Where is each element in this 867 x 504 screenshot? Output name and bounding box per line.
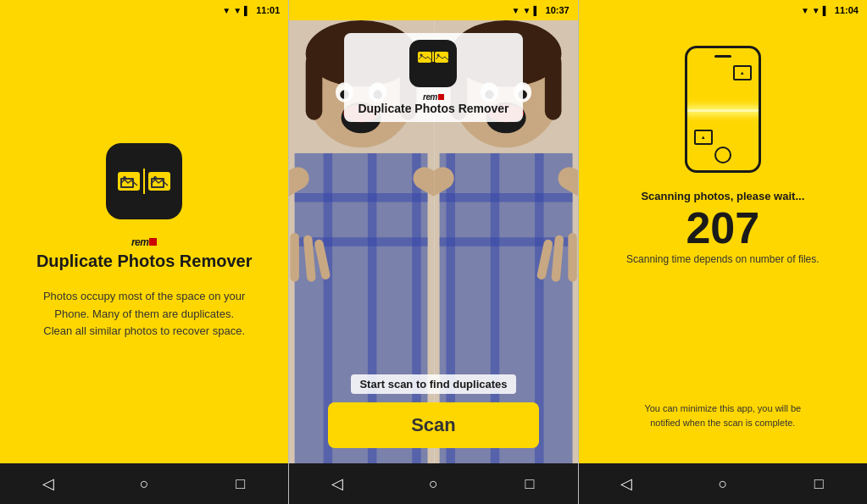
time-display-3: 11:04 (835, 5, 859, 15)
signal-icon-2: ▼ (512, 6, 520, 15)
nav-bar-3: ◁ ○ □ (579, 463, 867, 504)
nav-home-3[interactable]: ○ (706, 467, 740, 501)
status-icons-3: ▼ ▼ ▌ 11:04 (801, 5, 859, 15)
minimize-hint-text: You can minimize this app, you will be n… (630, 402, 816, 429)
battery-icon-2: ▌ (533, 6, 539, 15)
nav-bar-1: ◁ ○ □ (0, 463, 288, 504)
photo-box-right (148, 172, 170, 191)
brand-wrapper-1: rem (131, 236, 158, 248)
status-bar-2: ▼ ▼ ▌ 10:37 (289, 0, 577, 20)
time-display-1: 11:01 (256, 5, 280, 15)
nav-recents-3[interactable]: □ (802, 467, 836, 501)
scan-line (687, 109, 759, 112)
wifi-icon: ▼ (233, 6, 242, 15)
scanning-status-text: Scanning photos, please wait... (641, 190, 804, 202)
signal-icon-3: ▼ (801, 6, 809, 15)
phone-scanning-illustration (685, 46, 761, 173)
icon-divider (143, 169, 145, 194)
photo-thumb-2 (694, 130, 713, 145)
status-bar-3: ▼ ▼ ▌ 11:04 (579, 0, 867, 20)
remo-text-2: rem (423, 92, 437, 102)
svg-rect-0 (120, 174, 137, 188)
photo-box-left (118, 172, 140, 191)
screen-2: ▼ ▼ ▌ 10:37 (289, 0, 577, 504)
svg-point-1 (123, 176, 126, 180)
app-title-2: Duplicate Photos Remover (358, 102, 509, 115)
nav-recents-1[interactable]: □ (224, 467, 258, 501)
photo-thumb-1 (733, 65, 752, 80)
status-icons-2: ▼ ▼ ▌ 10:37 (512, 5, 570, 15)
nav-back-3[interactable]: ◁ (609, 467, 643, 501)
screen3-content: Scanning photos, please wait... 207 Scan… (579, 20, 867, 463)
wifi-icon-2: ▼ (523, 6, 531, 15)
wifi-icon-3: ▼ (812, 6, 820, 15)
time-display-2: 10:37 (546, 5, 570, 15)
nav-home-1[interactable]: ○ (127, 467, 161, 501)
svg-point-56 (437, 54, 440, 57)
screen2-content: rem Duplicate Photos Remover Start scan … (289, 20, 577, 463)
scan-count-display: 207 (686, 206, 759, 250)
nav-back-1[interactable]: ◁ (31, 467, 65, 501)
remo-brand-1: rem (131, 236, 158, 248)
screen-3: ▼ ▼ ▌ 11:04 Scanning photos, please wait… (579, 0, 867, 504)
screen1-content: rem Duplicate Photos Remover Photos occu… (0, 20, 288, 463)
start-scan-label: Start scan to find duplicates (351, 374, 515, 394)
status-icons-1: ▼ ▼ ▌ 11:01 (222, 5, 280, 15)
app-icon-inner-1 (118, 169, 170, 194)
app-description-1: Photos occupy most of the space on your … (42, 288, 246, 341)
app-icon-2 (409, 40, 457, 87)
remo-red-box-1 (149, 238, 157, 246)
nav-recents-2[interactable]: □ (513, 467, 547, 501)
signal-icon: ▼ (222, 6, 231, 15)
status-bar-1: ▼ ▼ ▌ 11:01 (0, 0, 288, 20)
screen2-overlay: rem Duplicate Photos Remover Start scan … (289, 20, 577, 463)
nav-bar-2: ◁ ○ □ (289, 463, 577, 504)
svg-rect-52 (418, 52, 431, 63)
screen2-header: rem Duplicate Photos Remover (344, 33, 522, 122)
screen-1: ▼ ▼ ▌ 11:01 (0, 0, 288, 504)
app-icon-1 (106, 143, 182, 219)
svg-point-53 (420, 54, 423, 57)
app-title-1: Duplicate Photos Remover (36, 252, 253, 271)
scanning-subtext: Scanning time depends on number of files… (626, 253, 819, 265)
scan-button[interactable]: Scan (328, 402, 538, 448)
battery-icon-3: ▌ (823, 6, 829, 15)
battery-icon: ▌ (244, 6, 250, 15)
nav-home-2[interactable]: ○ (416, 467, 450, 501)
svg-rect-55 (435, 52, 448, 63)
svg-point-3 (153, 176, 157, 180)
svg-rect-2 (151, 174, 168, 188)
remo-red-box-2 (438, 94, 444, 100)
remo-brand-2: rem (423, 92, 444, 102)
remo-text-1: rem (131, 236, 149, 248)
nav-back-2[interactable]: ◁ (320, 467, 354, 501)
